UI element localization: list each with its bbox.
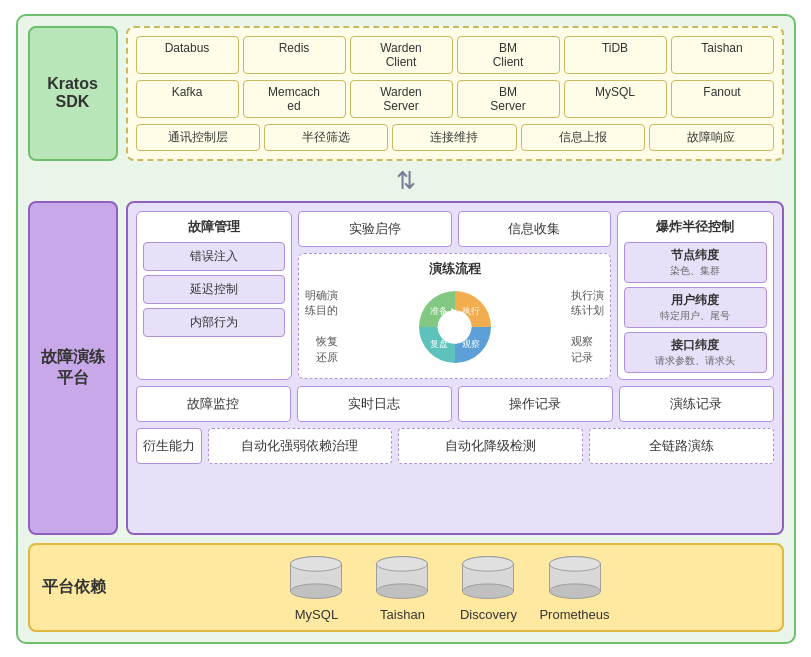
blast-item-user-sub: 特定用户、尾号 [627, 309, 764, 323]
kratos-bottom-comms: 通讯控制层 [136, 124, 260, 151]
drill-flow-content: 明确演练目的 恢复还原 [305, 282, 604, 372]
drill-record: 演练记录 [619, 386, 774, 422]
experiment-start-stop: 实验启停 [298, 211, 452, 247]
kratos-item-databus: Databus [136, 36, 239, 74]
derivative-item-strong-weak: 自动化强弱依赖治理 [208, 428, 393, 464]
kratos-item-redis: Redis [243, 36, 346, 74]
svg-point-11 [377, 583, 428, 598]
realtime-log: 实时日志 [297, 386, 452, 422]
blast-item-node-title: 节点纬度 [627, 247, 764, 264]
platform-taishan-label: Taishan [380, 607, 425, 622]
svg-point-12 [377, 556, 428, 571]
kratos-bottom-fault: 故障响应 [649, 124, 773, 151]
platform-item-mysql: MySQL [281, 553, 351, 622]
kratos-item-bm-server: BMServer [457, 80, 560, 118]
drill-flow-box: 演练流程 明确演练目的 恢复还原 [298, 253, 611, 379]
derivative-item-degrade: 自动化降级检测 [398, 428, 583, 464]
drill-flow-title: 演练流程 [305, 260, 604, 278]
fault-monitor: 故障监控 [136, 386, 291, 422]
kratos-grid-row1: Databus Redis WardenClient BMClient TiDB… [136, 36, 774, 74]
discovery-cylinder-icon [453, 553, 523, 603]
kratos-item-memcached: Memcached [243, 80, 346, 118]
blast-item-user: 用户纬度 特定用户、尾号 [624, 287, 767, 328]
platform-item-discovery: Discovery [453, 553, 523, 622]
operation-record: 操作记录 [458, 386, 613, 422]
fault-item-delay-control: 延迟控制 [143, 275, 286, 304]
fault-item-internal-behavior: 内部行为 [143, 308, 286, 337]
main-container: KratosSDK Databus Redis WardenClient BMC… [16, 14, 796, 644]
derivative-label: 衍生能力 [136, 428, 202, 464]
blast-item-node-sub: 染色、集群 [627, 264, 764, 278]
arrow-container: ⇅ [28, 169, 784, 193]
taishan-cylinder-icon [367, 553, 437, 603]
fault-management-title: 故障管理 [143, 218, 286, 236]
drill-top-row: 故障管理 错误注入 延迟控制 内部行为 实验启停 信息收集 演练流程 [136, 211, 774, 380]
drill-section: 故障演练平台 故障管理 错误注入 延迟控制 内部行为 实验启停 信息收集 [28, 201, 784, 535]
blast-item-user-title: 用户纬度 [627, 292, 764, 309]
platform-item-taishan: Taishan [367, 553, 437, 622]
kratos-item-warden-client: WardenClient [350, 36, 453, 74]
derivative-row: 衍生能力 自动化强弱依赖治理 自动化降级检测 全链路演练 [136, 428, 774, 464]
flow-label-observe: 观察记录 [571, 334, 604, 365]
flow-label-execute: 执行演练计划 [571, 288, 604, 319]
kratos-item-bm-client: BMClient [457, 36, 560, 74]
platform-section: 平台依赖 MySQL Taishan [28, 543, 784, 632]
blast-item-node: 节点纬度 染色、集群 [624, 242, 767, 283]
derivative-item-full-link: 全链路演练 [589, 428, 774, 464]
prometheus-cylinder-icon [540, 553, 610, 603]
platform-items: MySQL Taishan Di [122, 553, 770, 622]
kratos-item-mysql: MySQL [564, 80, 667, 118]
fault-management-box: 故障管理 错误注入 延迟控制 内部行为 [136, 211, 293, 380]
flow-circle-diagram: 准备 执行 观察 复盘 [410, 282, 500, 372]
drill-bottom-row: 故障监控 实时日志 操作记录 演练记录 [136, 386, 774, 422]
kratos-item-kafka: Kafka [136, 80, 239, 118]
kratos-section: KratosSDK Databus Redis WardenClient BMC… [28, 26, 784, 161]
blast-control-title: 爆炸半径控制 [624, 218, 767, 236]
kratos-bottom-connection: 连接维持 [392, 124, 516, 151]
drill-flow-right-labels: 执行演练计划 观察记录 [571, 288, 604, 365]
svg-point-16 [463, 556, 514, 571]
platform-discovery-label: Discovery [460, 607, 517, 622]
blast-item-interface: 接口纬度 请求参数、请求头 [624, 332, 767, 373]
kratos-item-warden-server: WardenServer [350, 80, 453, 118]
kratos-item-fanout: Fanout [671, 80, 774, 118]
blast-item-interface-title: 接口纬度 [627, 337, 764, 354]
svg-point-20 [549, 556, 600, 571]
kratos-item-tidb: TiDB [564, 36, 667, 74]
svg-point-15 [463, 583, 514, 598]
drill-label: 故障演练平台 [28, 201, 118, 535]
kratos-inner: Databus Redis WardenClient BMClient TiDB… [126, 26, 784, 161]
svg-point-7 [291, 583, 342, 598]
flow-label-clarify: 明确演练目的 [305, 288, 338, 319]
svg-point-19 [549, 583, 600, 598]
kratos-grid-row2: Kafka Memcached WardenServer BMServer My… [136, 80, 774, 118]
kratos-bottom-info: 信息上报 [521, 124, 645, 151]
bidirectional-arrow: ⇅ [396, 167, 416, 195]
blast-control-box: 爆炸半径控制 节点纬度 染色、集群 用户纬度 特定用户、尾号 接口纬度 请求参数… [617, 211, 774, 380]
info-collect: 信息收集 [458, 211, 612, 247]
blast-item-interface-sub: 请求参数、请求头 [627, 354, 764, 368]
platform-prometheus-label: Prometheus [539, 607, 609, 622]
flow-label-restore: 恢复还原 [305, 334, 338, 365]
svg-point-8 [291, 556, 342, 571]
platform-label: 平台依赖 [42, 577, 114, 598]
svg-text:准备: 准备 [429, 306, 447, 316]
mysql-cylinder-icon [281, 553, 351, 603]
platform-mysql-label: MySQL [295, 607, 338, 622]
kratos-bottom-radius: 半径筛选 [264, 124, 388, 151]
kratos-label: KratosSDK [28, 26, 118, 161]
drill-flow-left-labels: 明确演练目的 恢复还原 [305, 288, 338, 365]
platform-item-prometheus: Prometheus [539, 553, 609, 622]
fault-item-error-inject: 错误注入 [143, 242, 286, 271]
drill-inner: 故障管理 错误注入 延迟控制 内部行为 实验启停 信息收集 演练流程 [126, 201, 784, 535]
kratos-item-taishan: Taishan [671, 36, 774, 74]
kratos-bottom-row: 通讯控制层 半径筛选 连接维持 信息上报 故障响应 [136, 124, 774, 151]
